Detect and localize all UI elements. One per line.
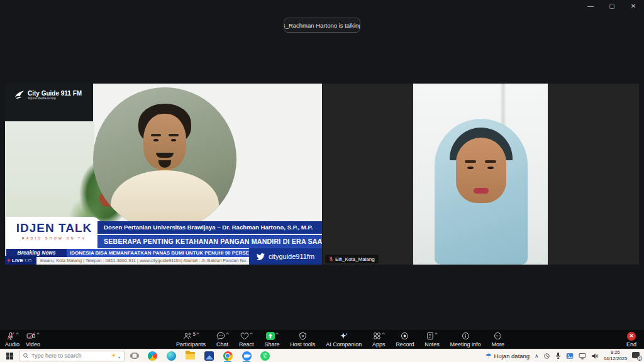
- video-button[interactable]: ^ Video: [26, 330, 40, 349]
- clock-date: 04/12/2025: [604, 356, 627, 362]
- show-title: IDJEN TALK: [6, 221, 102, 235]
- audio-options-chevron[interactable]: ^: [16, 332, 19, 337]
- tray-expand-chevron[interactable]: ∧: [535, 353, 538, 359]
- share-button[interactable]: ^ Share: [264, 330, 279, 349]
- share-chevron[interactable]: ^: [275, 332, 279, 337]
- react-chevron[interactable]: ^: [250, 332, 253, 337]
- edge-app-icon[interactable]: [166, 351, 176, 361]
- zoom-toolbar: ^ Audio ^ Video 5: [0, 330, 644, 349]
- windows-logo-icon: [6, 353, 13, 359]
- chat-button[interactable]: ^ Chat: [216, 330, 228, 349]
- participant-eye-right: [487, 167, 494, 169]
- participant-video: [413, 84, 548, 265]
- show-subtitle: RADIO SHOW ON TV: [6, 236, 102, 240]
- react-label: React: [239, 341, 254, 348]
- task-view-button[interactable]: [130, 352, 139, 359]
- notes-label: Notes: [425, 341, 440, 348]
- video-tile-broadcast[interactable]: City Guide 911 FM Arjuna Media Group IDJ…: [5, 84, 322, 265]
- notes-icon: [426, 332, 434, 340]
- audio-button[interactable]: ^ Audio: [5, 330, 19, 349]
- widgets-app-icon[interactable]: [147, 351, 157, 361]
- photos-app-icon[interactable]: [204, 351, 214, 361]
- notes-chevron[interactable]: ^: [435, 332, 438, 337]
- participants-chevron[interactable]: ^: [196, 332, 199, 337]
- live-bolt-icon: [7, 258, 11, 263]
- chat-icon: [216, 332, 225, 340]
- end-x-glyph: ✕: [630, 333, 634, 339]
- ai-sparkle-icon: [340, 332, 348, 340]
- notification-badge: 2: [637, 356, 642, 361]
- ticker-address: ikwaru, Kota Malang | Telepon : 0811-360…: [36, 257, 249, 265]
- apps-label: Apps: [372, 341, 386, 348]
- tray-sync-icon[interactable]: [543, 353, 550, 359]
- cityguide-logo-text: City Guide 911 FM Arjuna Media Group: [28, 90, 82, 101]
- cityguide-bird-icon: [14, 90, 25, 100]
- host-video-circle: [93, 87, 236, 231]
- host-tools-button[interactable]: Host tools: [290, 330, 315, 349]
- participant-brow-right: [485, 160, 496, 163]
- video-label: Video: [26, 341, 40, 348]
- whatsapp-app-icon[interactable]: ✆: [260, 351, 270, 361]
- maximize-button[interactable]: ▢: [608, 3, 616, 9]
- tray-mic-icon[interactable]: [555, 352, 561, 359]
- ai-companion-label: AI Companion: [326, 341, 362, 348]
- mic-muted-icon: [6, 332, 15, 340]
- zoom-meeting-window: UB_Rachman Hartono is talking... — ▢ ✕ C…: [0, 0, 644, 362]
- participant-name-label: Elfi_Kota_Malang: [325, 255, 379, 263]
- weather-text: Hujan datang: [494, 353, 530, 359]
- participants-button[interactable]: 5 ^ Participants: [176, 330, 206, 349]
- more-button[interactable]: More: [491, 330, 504, 349]
- audio-label: Audio: [5, 341, 19, 348]
- minimize-button[interactable]: —: [586, 3, 595, 9]
- twitter-icon: [257, 253, 265, 260]
- tray-graphics-icon[interactable]: [566, 353, 574, 359]
- file-explorer-app-icon[interactable]: [185, 351, 195, 361]
- apps-chevron[interactable]: ^: [382, 332, 385, 337]
- host-brow-left: [151, 134, 161, 136]
- lower-third-line1: Dosen Pertanian Universitas Brawijaya – …: [97, 221, 322, 234]
- search-input[interactable]: [31, 353, 109, 359]
- notification-center-button[interactable]: 2: [632, 352, 641, 359]
- close-button[interactable]: ✕: [629, 3, 638, 9]
- speaking-notification-text: UB_Rachman Hartono is talking...: [284, 22, 360, 29]
- apps-button[interactable]: ^ Apps: [372, 330, 386, 349]
- whatsapp-phone-glyph: ✆: [263, 353, 268, 359]
- more-label: More: [491, 341, 504, 348]
- chat-chevron[interactable]: ^: [226, 332, 229, 337]
- shield-icon: [299, 332, 307, 340]
- end-button[interactable]: ✕ End: [626, 330, 636, 349]
- participants-label: Participants: [176, 341, 206, 348]
- window-controls: — ▢ ✕: [586, 3, 638, 9]
- social-handle-box: cityguide911fm: [249, 248, 322, 265]
- host-brow-right: [169, 134, 179, 136]
- muted-mic-icon: [329, 256, 333, 262]
- taskbar-search[interactable]: ✦ ✦: [19, 351, 125, 361]
- copilot-sparkle-icon: ✦: [111, 353, 116, 359]
- taskbar-clock[interactable]: 8:26 04/12/2025: [604, 349, 627, 361]
- notes-button[interactable]: ^ Notes: [425, 330, 440, 349]
- weather-widget[interactable]: ☂ Hujan datang: [486, 353, 530, 359]
- chrome-app-icon[interactable]: [223, 351, 233, 361]
- info-icon: [462, 332, 470, 340]
- react-button[interactable]: ^ React: [239, 330, 254, 349]
- start-button[interactable]: [0, 349, 19, 362]
- toolbar-left-group: ^ Audio ^ Video: [5, 330, 40, 349]
- umbrella-icon: ☂: [486, 353, 492, 359]
- tray-volume-icon[interactable]: [591, 353, 599, 359]
- tray-network-icon[interactable]: [579, 353, 586, 359]
- video-tile-participant[interactable]: Elfi_Kota_Malang: [323, 84, 639, 265]
- apps-grid-icon: [373, 332, 381, 340]
- zoom-app-icon[interactable]: [242, 351, 252, 361]
- show-title-box: IDJEN TALK RADIO SHOW ON TV: [6, 217, 102, 250]
- host-mustache-shape: [156, 153, 174, 158]
- participant-eye-left: [467, 167, 474, 169]
- copilot-sparkle-small-icon: ✦: [118, 356, 121, 359]
- video-options-chevron[interactable]: ^: [37, 332, 40, 337]
- speaking-notification: UB_Rachman Hartono is talking...: [284, 18, 360, 33]
- record-label: Record: [396, 341, 414, 348]
- end-label: End: [626, 341, 636, 348]
- ai-companion-button[interactable]: AI Companion: [326, 330, 362, 349]
- meeting-info-button[interactable]: Meeting info: [450, 330, 481, 349]
- record-button[interactable]: Record: [396, 330, 414, 349]
- live-label: LIVE: [12, 258, 23, 263]
